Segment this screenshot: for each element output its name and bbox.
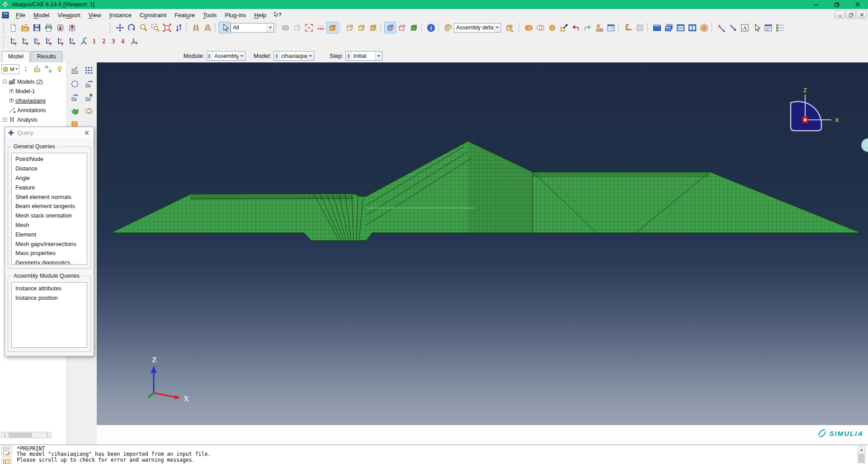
apply-left-view-button[interactable]: YZ [54, 35, 66, 47]
apply-right-view-button[interactable]: ZY [66, 35, 78, 47]
arrow-annotation-button[interactable] [727, 22, 739, 33]
query-item-feature[interactable]: Feature [12, 183, 87, 192]
tree-item-model-1[interactable]: +Model-1 [0, 86, 66, 96]
query-item-point-node[interactable]: Point/Node [12, 155, 87, 164]
mdi-close-button[interactable] [857, 10, 867, 19]
minimize-button[interactable] [806, 0, 826, 9]
show-geometry-button[interactable] [408, 22, 420, 33]
show-seeds-button[interactable] [396, 22, 408, 33]
select-cells-button[interactable] [326, 22, 338, 33]
scroll-up-icon[interactable]: ▲ [858, 446, 865, 453]
save-button[interactable] [31, 22, 42, 33]
redo-button[interactable] [581, 22, 593, 33]
merge-filled-button[interactable] [523, 22, 534, 33]
apply-back-view-button[interactable]: YX [19, 35, 31, 47]
query-item-mesh-gaps-intersections[interactable]: Mesh gaps/intersections [12, 239, 87, 249]
menu-constraint[interactable]: Constraint [136, 10, 170, 20]
expander-icon[interactable]: - [3, 80, 7, 84]
scroll-right-icon[interactable]: 〉 [44, 432, 51, 438]
display-options-button[interactable] [774, 22, 786, 33]
close-button[interactable] [847, 0, 868, 9]
mdi-restore-button[interactable] [846, 10, 856, 19]
linear-pattern-button[interactable] [83, 64, 95, 76]
expander-icon[interactable]: + [9, 99, 14, 103]
render-hidden-button[interactable] [355, 22, 367, 33]
translate-instance-button[interactable] [83, 78, 95, 90]
collapse-folder-button[interactable] [32, 64, 42, 74]
chevron-down-icon[interactable] [375, 52, 382, 60]
merge-cut-instances-button[interactable] [69, 105, 81, 117]
perspective-projection-button[interactable] [202, 22, 213, 33]
chevron-down-icon[interactable] [15, 66, 18, 73]
apply-iso-view-button[interactable]: Y [78, 35, 90, 47]
show-mesh-button[interactable] [384, 22, 396, 33]
message-scrollbar[interactable]: ▲ [858, 446, 865, 463]
text-annotation-button[interactable]: A [739, 22, 750, 33]
merge-outline-button[interactable] [534, 22, 546, 33]
query-person-button[interactable] [593, 22, 605, 33]
window-plain-button[interactable] [651, 22, 663, 33]
magnify-button[interactable] [137, 22, 149, 33]
apply-top-view-button[interactable]: XZ [31, 35, 42, 47]
menu-model[interactable]: Model [29, 10, 53, 20]
query-item-distance[interactable]: Distance [12, 164, 87, 174]
view-preset-2[interactable]: 2 [99, 38, 108, 45]
scroll-left-icon[interactable]: 〈 [1, 432, 8, 438]
cycle-views-button[interactable] [173, 22, 184, 33]
db-export-button[interactable] [66, 22, 78, 33]
message-list-button[interactable] [605, 22, 617, 33]
new-model-db-button[interactable] [7, 22, 19, 33]
select-dots-button[interactable] [315, 22, 326, 33]
view-preset-3[interactable]: 3 [108, 38, 118, 45]
expander-icon[interactable]: + [9, 89, 14, 93]
query-item-instance-attributes[interactable]: Instance attributes [12, 284, 87, 294]
link-objects-button[interactable] [43, 64, 53, 74]
radial-pattern-button[interactable] [69, 78, 81, 90]
tree-item-cihaxiaqiang[interactable]: +cihaxiaqiang [0, 96, 66, 105]
tree-item-models-2-[interactable]: -Models (2) [0, 77, 66, 86]
maximize-button[interactable] [826, 0, 847, 9]
color-cube-dropdown-button[interactable] [501, 22, 517, 33]
menu-instance[interactable]: Instance [105, 10, 136, 20]
expander-icon[interactable]: - [3, 118, 7, 122]
chevron-down-icon[interactable] [307, 52, 314, 60]
tree-horizontal-scrollbar[interactable]: 〈 〉 [1, 432, 52, 438]
query-info-button[interactable]: i [425, 22, 437, 33]
annotation-manager-button[interactable] [762, 22, 774, 33]
view-preset-4[interactable]: 4 [118, 38, 127, 45]
menu-feature[interactable]: Feature [170, 10, 199, 20]
message-scroll-thumb[interactable] [859, 454, 864, 463]
mdi-system-icon[interactable] [2, 12, 9, 19]
combo-spin-icon[interactable] [274, 52, 279, 60]
color-palette-button[interactable] [442, 22, 454, 33]
step-combo[interactable]: Initial [345, 51, 382, 61]
rotate-button[interactable] [126, 22, 137, 33]
box-zoom-button[interactable] [149, 22, 161, 33]
message-list-2-button[interactable] [634, 22, 646, 33]
probe-values-button[interactable] [622, 22, 634, 33]
chevron-down-icon[interactable] [238, 52, 245, 60]
undo-button[interactable] [570, 22, 581, 33]
spin-arrows-button[interactable] [21, 64, 31, 74]
model-db-selector[interactable]: M [1, 64, 19, 74]
selection-combo[interactable]: All [231, 23, 274, 33]
message-area-tab-icon[interactable] [1, 446, 12, 457]
tab-model[interactable]: Model [2, 51, 30, 62]
apply-front-view-button[interactable]: YX [7, 35, 19, 47]
chevron-down-icon[interactable] [267, 24, 274, 32]
select-inside-button[interactable] [303, 22, 315, 33]
query-item-mesh-stack-orientation[interactable]: Mesh stack orientation [12, 211, 87, 221]
select-wire-button[interactable] [291, 22, 303, 33]
combo-spin-icon[interactable] [207, 52, 212, 60]
window-tile-h-button[interactable] [675, 22, 686, 33]
query-item-angle[interactable]: Angle [12, 174, 87, 183]
rotate-view-button[interactable] [127, 35, 139, 47]
print-button[interactable] [42, 22, 54, 33]
query-item-shell-element-normals[interactable]: Shell element normals [12, 192, 87, 202]
window-cascade-button[interactable] [663, 22, 675, 33]
create-instance-button[interactable] [69, 64, 81, 76]
render-wireframe-button[interactable] [344, 22, 355, 33]
rotate-instance-button[interactable] [69, 91, 81, 103]
single-instance-button[interactable] [546, 22, 558, 33]
render-shaded-button[interactable] [367, 22, 379, 33]
